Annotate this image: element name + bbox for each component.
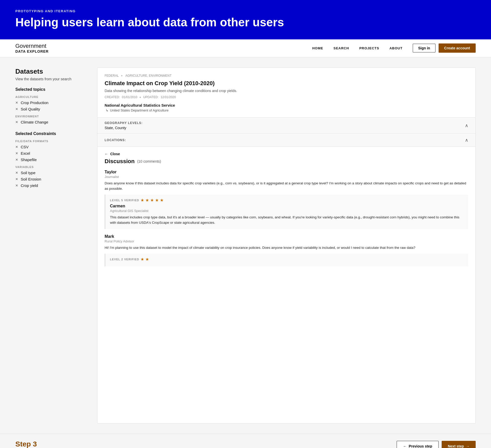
brand-bottom: DATA EXPLORER — [15, 49, 49, 54]
filter-soil-type[interactable]: ✕ Soil type — [15, 171, 87, 175]
step-footer: Step 3 Select datasets ← Previous step N… — [0, 434, 491, 448]
verified-badge-carmen: LEVEL 5 VERIFIED ★ ★ ★ ★ ★ — [110, 198, 464, 202]
back-arrow-icon: ← — [105, 152, 108, 156]
nav-about[interactable]: ABOUT — [389, 46, 403, 50]
hero-banner: PROTOTYPING AND ITERATING Helping users … — [0, 0, 491, 39]
org-parent-label: United States Department of Agriculture — [110, 108, 169, 112]
verified-label-mark: LEVEL 2 VERIFIED — [110, 258, 139, 261]
soil-type-label: Soil type — [21, 171, 36, 175]
locations-label: LOCATIONS: — [105, 138, 465, 142]
variables-label: VARIABLES — [15, 165, 87, 169]
soil-quality-label: Soil Quality — [21, 107, 40, 111]
filter-csv[interactable]: ✕ CSV — [15, 145, 87, 149]
remove-soil-type-icon[interactable]: ✕ — [15, 171, 18, 175]
geography-section[interactable]: GEOGRAPHY LEVELS: State, County ∧ — [97, 117, 475, 133]
reply-mark-partial: LEVEL 2 VERIFIED ★ ★ — [105, 254, 468, 266]
dataset-meta: CREATED: 01/01/2010 ● UPDATED: 12/31/202… — [105, 95, 468, 99]
filter-climate-change[interactable]: ✕ Climate Change — [15, 120, 87, 124]
filter-soil-erosion[interactable]: ✕ Soil Erosion — [15, 177, 87, 181]
shapefile-label: Shapefile — [21, 158, 37, 162]
crop-production-label: Crop Production — [21, 100, 48, 105]
comment-taylor: Taylor Journalist Does anyone know if th… — [105, 170, 468, 229]
prev-label: Previous step — [409, 444, 432, 448]
crop-yield-label: Crop yield — [21, 183, 38, 188]
commenter-role-taylor: Journalist — [105, 175, 468, 179]
navbar: Government DATA EXPLORER HOME SEARCH PRO… — [0, 39, 491, 57]
sidebar-subtitle: View the datasets from your search — [15, 77, 87, 81]
geography-content: GEOGRAPHY LEVELS: State, County — [105, 121, 465, 130]
locations-chevron-icon: ∧ — [465, 137, 468, 143]
remove-soil-quality-icon[interactable]: ✕ — [15, 107, 18, 111]
verified-badge-mark: LEVEL 2 VERIFIED ★ ★ — [110, 257, 464, 261]
geography-chevron-icon: ∧ — [465, 123, 468, 128]
csv-label: CSV — [21, 145, 29, 149]
stars-carmen: ★ ★ ★ ★ ★ — [141, 198, 164, 202]
dataset-description: Data showing the relationship between ch… — [105, 89, 468, 93]
breadcrumb-separator: ► — [121, 74, 123, 77]
commenter-role-mark: Rural Policy Advisor — [105, 239, 468, 243]
remove-crop-production-icon[interactable]: ✕ — [15, 101, 18, 105]
org-parent: ↳ United States Department of Agricultur… — [105, 108, 468, 112]
dataset-card: FEDERAL ► AGRICULTURE, ENVIRONMENT Clima… — [97, 68, 476, 423]
stars-mark: ★ ★ — [141, 257, 149, 261]
sidebar: Datasets View the datasets from your sea… — [15, 68, 87, 423]
nav-home[interactable]: HOME — [312, 46, 323, 50]
footer-buttons: ← Previous step Next step → — [397, 441, 476, 448]
comment-text-mark: Hi! I'm planning to use this dataset to … — [105, 245, 468, 251]
breadcrumb: FEDERAL ► AGRICULTURE, ENVIRONMENT — [105, 74, 468, 77]
geography-value: State, County — [105, 125, 465, 130]
updated-label: UPDATED: — [143, 95, 159, 99]
filter-shapefile[interactable]: ✕ Shapefile — [15, 158, 87, 162]
main-content: Datasets View the datasets from your sea… — [0, 57, 491, 434]
nav-projects[interactable]: PROJECTS — [359, 46, 379, 50]
filter-crop-production[interactable]: ✕ Crop Production — [15, 100, 87, 105]
discussion-panel: ← Close Discussion (10 comments) Taylor … — [97, 147, 475, 277]
remove-crop-yield-icon[interactable]: ✕ — [15, 184, 18, 187]
return-arrow-icon: ↳ — [106, 108, 108, 112]
geography-label: GEOGRAPHY LEVELS: — [105, 121, 465, 125]
comment-mark: Mark Rural Policy Advisor Hi! I'm planni… — [105, 234, 468, 266]
verified-label-carmen: LEVEL 5 VERIFIED — [110, 199, 139, 202]
created-label: CREATED: — [105, 95, 120, 99]
remove-climate-change-icon[interactable]: ✕ — [15, 120, 18, 124]
brand-top: Government — [15, 43, 49, 49]
hero-subtitle: PROTOTYPING AND ITERATING — [15, 9, 476, 13]
next-arrow-icon: → — [466, 444, 470, 448]
remove-csv-icon[interactable]: ✕ — [15, 145, 18, 149]
discussion-close-button[interactable]: ← Close — [105, 152, 468, 156]
nav-actions: Sign in Create account — [413, 43, 476, 53]
filter-crop-yield[interactable]: ✕ Crop yield — [15, 183, 87, 188]
breadcrumb-category: AGRICULTURE, ENVIRONMENT — [125, 74, 171, 77]
remove-excel-icon[interactable]: ✕ — [15, 151, 18, 155]
locations-content: LOCATIONS: — [105, 138, 465, 142]
selected-topics-heading: Selected topics — [15, 87, 87, 92]
prev-arrow-icon: ← — [403, 444, 407, 448]
excel-label: Excel — [21, 151, 30, 155]
discussion-title-text: Discussion — [105, 158, 135, 165]
create-account-button[interactable]: Create account — [439, 43, 476, 53]
step-info: Step 3 Select datasets — [15, 440, 41, 448]
remove-shapefile-icon[interactable]: ✕ — [15, 158, 18, 162]
comment-text-taylor: Does anyone know if this dataset include… — [105, 181, 468, 192]
previous-step-button[interactable]: ← Previous step — [397, 441, 439, 448]
meta-sep: ● — [139, 95, 141, 99]
next-step-button[interactable]: Next step → — [442, 441, 476, 448]
reply-role-carmen: Agricultural GIS Specialist — [110, 209, 464, 213]
discussion-title: Discussion (10 comments) — [105, 158, 468, 165]
reply-name-carmen: Carmen — [110, 204, 464, 208]
remove-soil-erosion-icon[interactable]: ✕ — [15, 177, 18, 181]
climate-change-label: Climate Change — [21, 120, 48, 124]
reply-carmen: LEVEL 5 VERIFIED ★ ★ ★ ★ ★ Carmen Agricu… — [105, 195, 468, 229]
locations-section[interactable]: LOCATIONS: ∧ — [97, 133, 475, 147]
signin-button[interactable]: Sign in — [413, 44, 436, 52]
next-label: Next step — [448, 444, 464, 448]
breadcrumb-federal: FEDERAL — [105, 74, 119, 77]
brand-logo: Government DATA EXPLORER — [15, 43, 49, 54]
dataset-title: Climate Impact on Crop Yield (2010-2020) — [105, 80, 468, 87]
file-formats-label: FILE/DATA FORMATS — [15, 140, 87, 143]
commenter-name-taylor: Taylor — [105, 170, 468, 174]
nav-search[interactable]: SEARCH — [333, 46, 349, 50]
hero-title: Helping users learn about data from othe… — [15, 16, 476, 29]
filter-excel[interactable]: ✕ Excel — [15, 151, 87, 155]
filter-soil-quality[interactable]: ✕ Soil Quality — [15, 107, 87, 111]
